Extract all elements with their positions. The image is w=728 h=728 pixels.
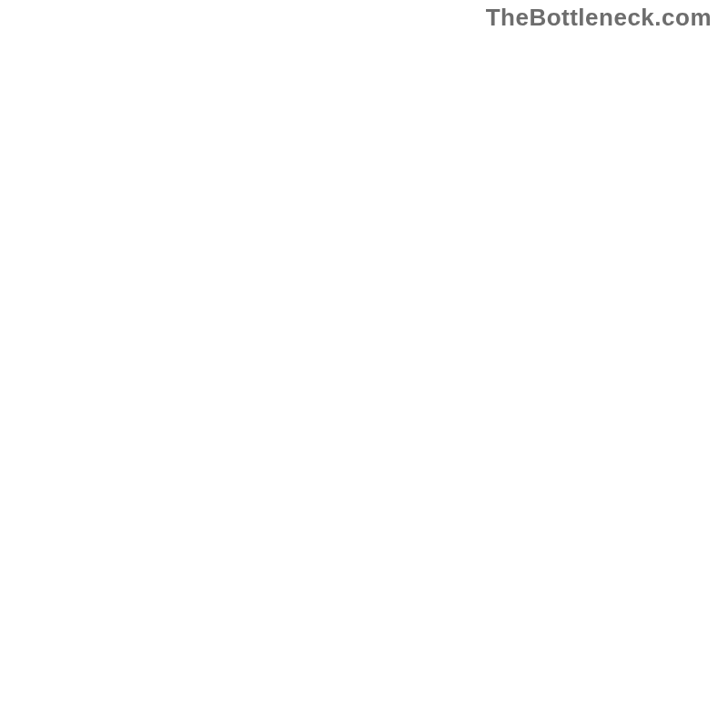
chart-container: TheBottleneck.com [0,0,728,728]
bottleneck-chart [0,0,728,728]
watermark-label: TheBottleneck.com [486,4,712,32]
